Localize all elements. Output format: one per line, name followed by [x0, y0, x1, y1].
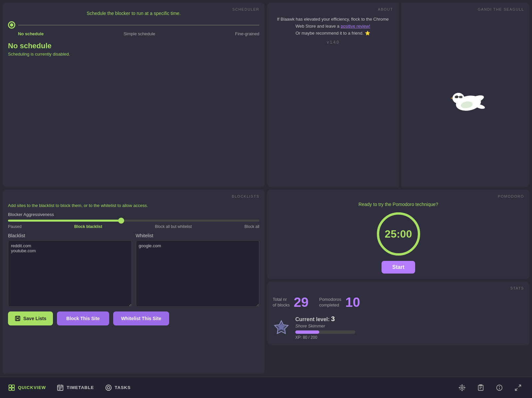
option-block-all-but-whitelist[interactable]: Block all but whitelist: [155, 224, 192, 229]
block-this-site-button[interactable]: Block This Site: [57, 311, 109, 325]
slider-fill: [8, 220, 121, 222]
slider-track: [8, 220, 259, 222]
save-icon: [15, 315, 21, 321]
whitelist-this-site-button[interactable]: Whitelist This Site: [113, 311, 169, 325]
stats-label: STATS: [510, 286, 524, 290]
blocklists-label: BLOCKLISTS: [232, 194, 259, 198]
level-row: Current level: 3 Shore Skimmer XP: 80 / …: [273, 315, 524, 340]
about-text: If Blaawk has elevated your efficiency, …: [273, 16, 393, 37]
xp-bar-background: [295, 330, 355, 334]
svg-rect-13: [16, 319, 19, 320]
level-number: 3: [331, 315, 335, 322]
nav-right: [456, 382, 524, 394]
no-schedule-radio[interactable]: [8, 21, 15, 29]
level-badge: [273, 319, 290, 336]
gandi-panel: GANDI THE SEAGULL: [401, 3, 530, 187]
nav-tasks[interactable]: TASKS: [105, 384, 131, 391]
gandi-label: GANDI THE SEAGULL: [478, 7, 524, 11]
bottom-nav: QUICKVIEW TIMETABLE TASKS: [0, 377, 532, 398]
settings-button[interactable]: [456, 382, 468, 394]
pomodoro-label: POMODORO: [498, 194, 524, 198]
quickview-label: QUICKVIEW: [18, 385, 46, 390]
svg-rect-18: [12, 385, 14, 387]
xp-bar-fill: [295, 330, 319, 334]
schedule-sub: Scheduling is currently disabled.: [8, 52, 259, 57]
svg-rect-17: [9, 385, 11, 387]
svg-rect-19: [9, 388, 11, 390]
schedule-track: [18, 25, 259, 26]
info-icon: [496, 384, 503, 391]
pomodoros-stat: Pomodoroscompleted 10: [319, 295, 360, 310]
svg-point-28: [107, 386, 110, 389]
option-simple-schedule[interactable]: Simple schedule: [124, 31, 155, 36]
xp-text: XP: 80 / 200: [295, 335, 524, 340]
svg-line-37: [519, 385, 521, 387]
timetable-label: TIMETABLE: [67, 385, 94, 390]
positive-review-link[interactable]: positive review!: [341, 24, 370, 29]
buttons-row: Save Lists Block This Site Whitelist Thi…: [8, 311, 259, 325]
whitelist-label: Whitelist: [136, 233, 260, 238]
svg-point-29: [461, 387, 463, 389]
tasks-icon: [105, 384, 112, 391]
pomodoros-value: 10: [345, 295, 360, 310]
save-lists-button[interactable]: Save Lists: [8, 311, 53, 325]
schedule-status: No schedule: [8, 42, 259, 50]
option-block-all[interactable]: Block all: [244, 224, 259, 229]
nav-left: QUICKVIEW TIMETABLE TASKS: [8, 384, 456, 391]
scheduler-label: SCHEDULER: [232, 7, 259, 11]
blocklists-description: Add sites to the blacklist to block them…: [8, 203, 259, 208]
total-blocks-stat: Total nrof blocks 29: [273, 295, 309, 310]
nav-timetable[interactable]: TIMETABLE: [57, 384, 94, 391]
gear-icon: [458, 384, 466, 391]
svg-line-38: [515, 388, 517, 390]
total-blocks-label: Total nrof blocks: [273, 297, 290, 308]
option-no-schedule[interactable]: No schedule: [18, 31, 44, 36]
about-label: ABOUT: [378, 7, 393, 11]
seagull-image: [438, 72, 492, 125]
option-paused[interactable]: Paused: [8, 224, 22, 229]
aggressiveness-slider[interactable]: [8, 220, 259, 222]
level-label: Current level:: [295, 316, 330, 322]
about-panel: ABOUT If Blaawk has elevated your effici…: [267, 3, 399, 187]
blocklists-panel: BLOCKLISTS Add sites to the blacklist to…: [3, 190, 265, 374]
blacklist-container: Blacklist reddit.com youtube.com: [8, 233, 132, 308]
about-gandi-container: ABOUT If Blaawk has elevated your effici…: [267, 3, 529, 187]
aggressiveness-label: Blocker Aggressiveness: [8, 212, 259, 217]
pomodoro-description: Ready to try the Pomodoro technique?: [359, 202, 438, 207]
expand-button[interactable]: [512, 382, 524, 394]
svg-rect-10: [459, 96, 462, 98]
slider-thumb[interactable]: [118, 218, 124, 224]
whitelist-textarea[interactable]: google.com: [136, 240, 260, 307]
about-version: v 1.4.0: [273, 40, 393, 45]
timer-display: 25:00: [385, 228, 412, 240]
total-blocks-value: 29: [294, 295, 309, 310]
aggressiveness-options: Paused Block blacklist Block all but whi…: [8, 224, 259, 229]
right-panels: POMODORO Ready to try the Pomodoro techn…: [267, 190, 529, 374]
stats-numbers: Total nrof blocks 29 Pomodoroscompleted …: [273, 295, 524, 310]
whitelist-container: Whitelist google.com: [136, 233, 260, 308]
save-lists-label: Save Lists: [23, 316, 46, 321]
level-info: Current level: 3 Shore Skimmer XP: 80 / …: [295, 315, 524, 340]
scheduler-description: Schedule the blocker to run at a specifi…: [8, 11, 259, 16]
blacklist-label: Blacklist: [8, 233, 132, 238]
lists-row: Blacklist reddit.com youtube.com Whiteli…: [8, 233, 259, 308]
pomodoros-label: Pomodoroscompleted: [319, 297, 341, 308]
badge-icon: [273, 319, 289, 335]
tasks-label: TASKS: [115, 385, 131, 390]
blacklist-textarea[interactable]: reddit.com youtube.com: [8, 240, 132, 307]
pomodoro-panel: POMODORO Ready to try the Pomodoro techn…: [267, 190, 529, 279]
nav-quickview[interactable]: QUICKVIEW: [8, 384, 46, 391]
option-block-blacklist[interactable]: Block blacklist: [74, 224, 102, 229]
svg-rect-8: [455, 96, 458, 98]
expand-icon: [514, 384, 522, 391]
svg-rect-12: [16, 316, 19, 318]
svg-marker-4: [450, 98, 453, 99]
svg-point-1: [452, 93, 464, 103]
stats-panel: STATS Total nrof blocks 29 Pomodoroscomp…: [267, 282, 529, 345]
option-fine-grained[interactable]: Fine-grained: [235, 31, 259, 36]
schedule-options: No schedule Simple schedule Fine-grained: [8, 31, 259, 36]
clipboard-button[interactable]: [475, 382, 487, 394]
start-button[interactable]: Start: [382, 261, 415, 274]
info-button[interactable]: [493, 382, 505, 394]
svg-point-27: [106, 385, 111, 390]
